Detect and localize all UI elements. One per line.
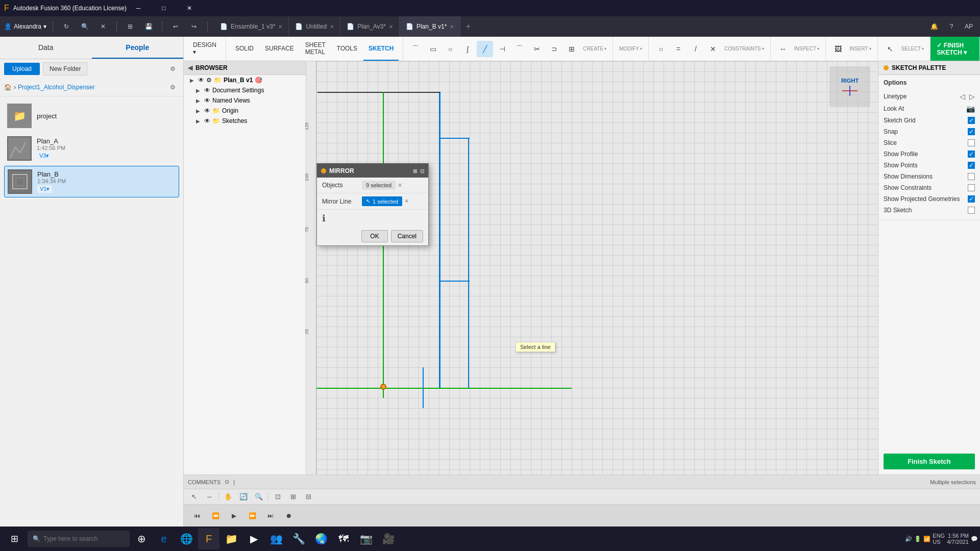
showprojected-checkbox[interactable]: ✓: [968, 195, 975, 203]
lookat-icon[interactable]: 📷: [966, 105, 975, 113]
tab-planbv1[interactable]: 📄 Plan_B v1* ✕: [400, 16, 460, 37]
showconstraints-checkbox[interactable]: [968, 184, 975, 191]
sheetmetal-mode-button[interactable]: SHEET METAL: [300, 37, 331, 61]
file-version[interactable]: V1▾: [37, 185, 52, 193]
tab-ensamble[interactable]: 📄 Ensamble_1 v3* ✕: [214, 16, 289, 37]
linetype-left-icon[interactable]: ◁: [960, 92, 965, 101]
tab-close-4[interactable]: ✕: [450, 24, 454, 30]
showpoints-checkbox[interactable]: ✓: [968, 162, 975, 169]
visibility-icon[interactable]: 👁: [198, 77, 204, 84]
refresh-button[interactable]: ↻: [59, 19, 74, 34]
display-settings[interactable]: ⊟: [302, 491, 314, 503]
canvas-main[interactable]: ◀ BROWSER ▶ 👁 ⚙ 📁 Plan_B v1 🎯 ▶ 👁 Docume…: [184, 61, 980, 474]
breadcrumb-home-icon[interactable]: 🏠: [4, 84, 12, 91]
constraint-equal[interactable]: =: [670, 41, 687, 57]
mirror-cancel-button[interactable]: Cancel: [391, 230, 423, 242]
browser-root-item[interactable]: ▶ 👁 ⚙ 📁 Plan_B v1 🎯: [184, 75, 306, 85]
slot-tool[interactable]: ⊣: [494, 41, 510, 57]
redo-button[interactable]: ↪: [187, 19, 201, 34]
fusion-icon[interactable]: F: [198, 528, 219, 549]
chrome-icon[interactable]: 🌐: [176, 528, 197, 549]
sketch-mode-button[interactable]: SKETCH: [363, 37, 399, 61]
rect-tool[interactable]: ▭: [425, 41, 441, 57]
insert-image[interactable]: 🖼: [830, 41, 846, 57]
browser-item[interactable]: ▶ 👁 📁 Origin: [184, 106, 306, 116]
browser-item[interactable]: ▶ 👁 📁 Sketches: [184, 116, 306, 126]
fillet-tool[interactable]: ⌒: [511, 41, 528, 57]
user-menu[interactable]: 👤 Alexandra ▾: [4, 23, 46, 30]
design-mode-button[interactable]: DESIGN ▾: [188, 37, 222, 61]
visibility-icon[interactable]: 👁: [204, 107, 210, 114]
tab-add-button[interactable]: +: [460, 16, 476, 37]
list-item[interactable]: 📁 project: [4, 101, 179, 131]
close-panel-button[interactable]: ✕: [96, 19, 110, 34]
view-cube-tool[interactable]: ⊡: [272, 491, 284, 503]
maximize-button[interactable]: □: [152, 0, 176, 16]
folder-icon[interactable]: 📁: [220, 528, 242, 549]
media-icon[interactable]: ▶: [243, 528, 264, 549]
view-cube[interactable]: RIGHT: [829, 66, 870, 107]
pan-tool[interactable]: ✋: [222, 491, 234, 503]
constraint-line[interactable]: /: [688, 41, 704, 57]
mirror-ok-button[interactable]: OK: [361, 230, 387, 242]
tab-close-2[interactable]: ✕: [330, 24, 334, 30]
root-settings-icon[interactable]: ⚙: [206, 77, 212, 84]
navigate-tool[interactable]: ↔: [203, 491, 215, 503]
inspect-dim[interactable]: ↔: [775, 41, 791, 57]
browser-collapse-icon[interactable]: ◀: [188, 64, 192, 71]
circle-tool[interactable]: ○: [442, 41, 458, 57]
settings-button[interactable]: ⚙: [166, 62, 179, 76]
zoom-tool[interactable]: 🔍: [253, 491, 265, 503]
tab-close-3[interactable]: ✕: [389, 24, 393, 30]
skip-start-button[interactable]: ⏮: [190, 509, 204, 523]
prev-button[interactable]: ⏪: [208, 509, 223, 523]
mirror-expand-icon[interactable]: ⊞: [413, 168, 417, 174]
sketchgrid-checkbox[interactable]: ✓: [968, 117, 975, 124]
save-button[interactable]: 💾: [141, 19, 156, 34]
line-tool[interactable]: ╱: [477, 41, 493, 57]
undo-button[interactable]: ↩: [168, 19, 183, 34]
search-input[interactable]: [43, 535, 125, 542]
select-tool[interactable]: ↖: [882, 41, 898, 57]
list-item[interactable]: Plan_B 1:34:34 PM V1▾: [4, 166, 179, 197]
snap-checkbox[interactable]: ✓: [968, 128, 975, 135]
arc-tool[interactable]: ⌒: [407, 41, 424, 57]
mirror-line-selected-button[interactable]: ↖ 1 selected: [362, 196, 402, 206]
surface-mode-button[interactable]: SURFACE: [260, 37, 299, 61]
showprofile-checkbox[interactable]: ✓: [968, 151, 975, 158]
inventor-icon[interactable]: 🔧: [288, 528, 309, 549]
spline-tool[interactable]: ∫: [459, 41, 476, 57]
constraint-circle[interactable]: ○: [653, 41, 669, 57]
browser-item[interactable]: ▶ 👁 Named Views: [184, 95, 306, 106]
finish-sketch-palette-button[interactable]: Finish Sketch: [884, 454, 975, 469]
minimize-button[interactable]: ─: [127, 0, 150, 16]
skip-end-button[interactable]: ⏭: [263, 509, 278, 523]
new-folder-button[interactable]: New Folder: [43, 62, 87, 76]
volume-icon[interactable]: 🔊: [905, 536, 912, 542]
tab-planav3[interactable]: 📄 Plan_Av3* ✕: [340, 16, 400, 37]
notification-icon[interactable]: 💬: [971, 536, 978, 542]
record-button[interactable]: ⏺: [282, 509, 296, 523]
start-button[interactable]: ⊞: [2, 527, 27, 551]
objects-clear-button[interactable]: ✕: [398, 182, 402, 189]
play-button[interactable]: ▶: [227, 509, 241, 523]
tab-close-1[interactable]: ✕: [278, 24, 282, 30]
trim-tool[interactable]: ✂: [529, 41, 545, 57]
breadcrumb-project[interactable]: Project1_Alcohol_Dispenser: [18, 84, 95, 91]
next-button[interactable]: ⏩: [245, 509, 259, 523]
slice-checkbox[interactable]: [968, 139, 975, 146]
panel-tab-data[interactable]: Data: [0, 37, 92, 59]
tools-mode-button[interactable]: TOOLS: [332, 37, 362, 61]
browser-icon[interactable]: 🌏: [310, 528, 332, 549]
list-item[interactable]: Plan_A 1:42:56 PM V3▾: [4, 133, 179, 164]
file-version[interactable]: V3▾: [37, 152, 52, 160]
map-icon[interactable]: 🗺: [333, 528, 354, 549]
visibility-icon[interactable]: 👁: [204, 87, 210, 94]
tab-untitled[interactable]: 📄 Untitled ✕: [289, 16, 340, 37]
linetype-right-icon[interactable]: ▷: [969, 92, 975, 101]
teams-icon[interactable]: 👥: [265, 528, 287, 549]
visibility-icon[interactable]: 👁: [204, 117, 210, 124]
finish-sketch-toolbar-button[interactable]: ✓ FINISH SKETCH ▾: [937, 42, 973, 56]
search-button[interactable]: 🔍: [78, 19, 92, 34]
browser-item[interactable]: ▶ 👁 Document Settings: [184, 85, 306, 95]
